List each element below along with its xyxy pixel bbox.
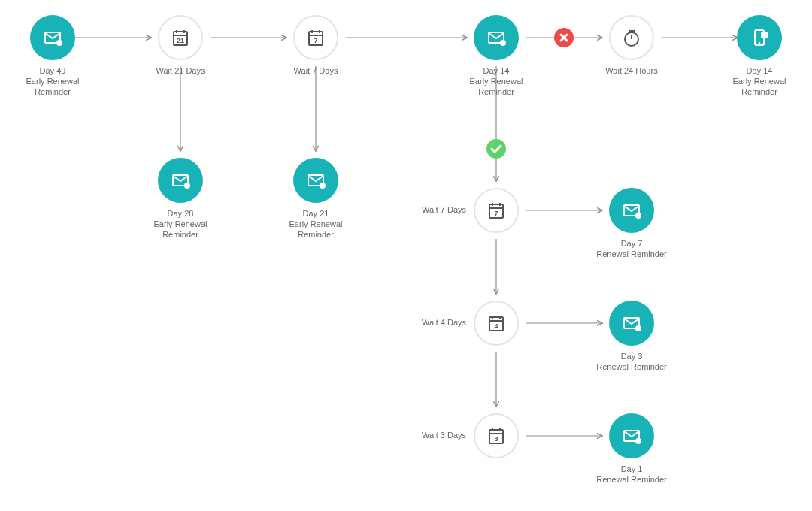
node-day1[interactable]: Day 1 Renewal Reminder bbox=[586, 413, 677, 485]
label: Day 14 bbox=[714, 66, 804, 77]
workflow-diagram: Day 49 Early Renewal Reminder 21 Wait 21… bbox=[0, 0, 812, 511]
node-wait4[interactable]: 4 bbox=[451, 301, 541, 352]
calendar-icon: 4 bbox=[474, 301, 519, 346]
svg-text:4: 4 bbox=[494, 322, 498, 330]
timer-icon bbox=[609, 15, 654, 60]
node-day14a[interactable]: Day 14 Early Renewal Reminder bbox=[451, 15, 541, 97]
label: Wait 24 Hours bbox=[586, 66, 677, 77]
node-wait24h[interactable]: Wait 24 Hours bbox=[586, 15, 677, 77]
svg-text:7: 7 bbox=[314, 37, 317, 44]
label: Day 1 bbox=[586, 464, 677, 475]
node-wait3[interactable]: 3 bbox=[451, 413, 541, 464]
node-day21[interactable]: Day 21 Early Renewal Reminder bbox=[271, 158, 361, 240]
label: Wait 21 Days bbox=[135, 66, 226, 77]
label: Day 28 bbox=[135, 209, 226, 219]
mail-icon bbox=[158, 158, 203, 203]
label: Day 49 bbox=[8, 66, 98, 77]
fail-badge bbox=[554, 28, 574, 47]
label: Day 21 bbox=[271, 209, 361, 219]
node-day49[interactable]: Day 49 Early Renewal Reminder bbox=[8, 15, 98, 97]
svg-text:3: 3 bbox=[494, 435, 498, 443]
mail-icon bbox=[609, 188, 654, 233]
label: Day 14 bbox=[451, 66, 541, 77]
phone-icon bbox=[737, 15, 782, 60]
node-wait7a[interactable]: 7 Wait 7 Days bbox=[271, 15, 361, 77]
mail-icon bbox=[474, 15, 519, 60]
calendar-icon: 3 bbox=[474, 413, 519, 458]
mail-icon bbox=[609, 413, 654, 458]
calendar-icon: 7 bbox=[293, 15, 338, 60]
calendar-icon: 7 bbox=[474, 188, 519, 233]
mail-icon bbox=[293, 158, 338, 203]
node-day14b[interactable]: Day 14 Early Renewal Reminder bbox=[714, 15, 804, 97]
label: Day 7 bbox=[586, 239, 677, 249]
svg-text:21: 21 bbox=[177, 37, 184, 44]
mail-icon bbox=[30, 15, 75, 60]
node-wait21[interactable]: 21 Wait 21 Days bbox=[135, 15, 226, 77]
svg-text:7: 7 bbox=[494, 210, 498, 217]
label: Wait 7 Days bbox=[271, 66, 361, 77]
node-day3[interactable]: Day 3 Renewal Reminder bbox=[586, 301, 677, 373]
node-day28[interactable]: Day 28 Early Renewal Reminder bbox=[135, 158, 226, 240]
mail-icon bbox=[609, 301, 654, 346]
node-day7[interactable]: Day 7 Renewal Reminder bbox=[586, 188, 677, 260]
calendar-icon: 21 bbox=[158, 15, 203, 60]
success-badge bbox=[486, 139, 506, 159]
label: Day 3 bbox=[586, 352, 677, 362]
node-wait7b[interactable]: 7 bbox=[451, 188, 541, 239]
